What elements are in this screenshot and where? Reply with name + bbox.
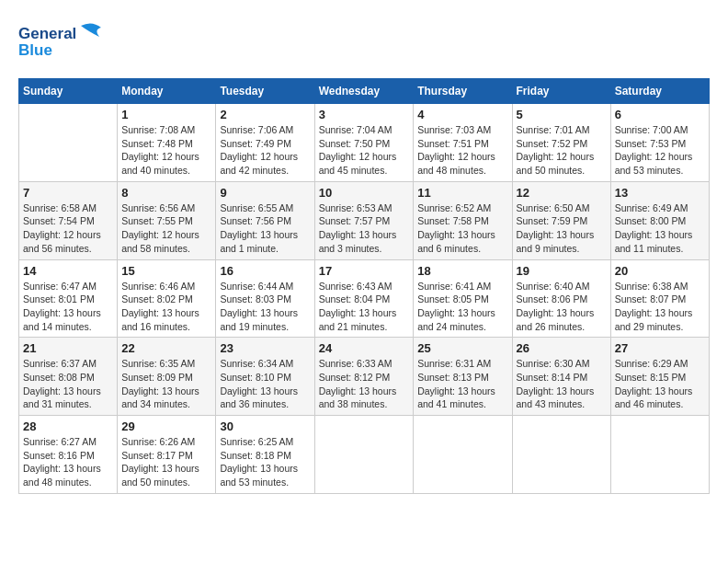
sunrise-text: Sunrise: 6:49 AM xyxy=(615,202,688,213)
daylight-text: and 45 minutes. xyxy=(319,165,388,176)
day-info: Sunrise: 6:30 AMSunset: 8:14 PMDaylight:… xyxy=(517,357,607,411)
weekday-friday: Friday xyxy=(512,79,610,104)
week-row-5: 28Sunrise: 6:27 AMSunset: 8:16 PMDayligh… xyxy=(19,416,710,494)
daylight-text: and 43 minutes. xyxy=(517,398,586,409)
day-info: Sunrise: 6:33 AMSunset: 8:12 PMDaylight:… xyxy=(319,357,410,411)
sunset-text: Sunset: 8:07 PM xyxy=(615,293,687,304)
sunset-text: Sunset: 8:17 PM xyxy=(121,450,193,461)
daylight-text: and 29 minutes. xyxy=(615,321,684,332)
day-info: Sunrise: 7:04 AMSunset: 7:50 PMDaylight:… xyxy=(319,123,410,178)
day-number: 20 xyxy=(615,264,705,278)
calendar-cell: 12Sunrise: 6:50 AMSunset: 7:59 PMDayligh… xyxy=(512,181,610,259)
week-row-4: 21Sunrise: 6:37 AMSunset: 8:08 PMDayligh… xyxy=(19,338,710,416)
daylight-text: and 6 minutes. xyxy=(417,243,481,254)
weekday-monday: Monday xyxy=(118,79,216,104)
calendar-cell: 29Sunrise: 6:26 AMSunset: 8:17 PMDayligh… xyxy=(118,416,216,494)
sunrise-text: Sunrise: 6:44 AM xyxy=(220,281,293,292)
daylight-text: and 24 minutes. xyxy=(417,321,486,332)
daylight-text: and 46 minutes. xyxy=(615,398,684,409)
day-info: Sunrise: 7:00 AMSunset: 7:53 PMDaylight:… xyxy=(615,123,705,178)
daylight-text: Daylight: 12 hours xyxy=(220,151,298,162)
sunset-text: Sunset: 8:04 PM xyxy=(319,293,391,304)
sunset-text: Sunset: 7:55 PM xyxy=(121,215,193,226)
sunrise-text: Sunrise: 6:56 AM xyxy=(121,202,195,213)
daylight-text: Daylight: 13 hours xyxy=(121,385,199,396)
daylight-text: and 31 minutes. xyxy=(23,398,92,409)
day-info: Sunrise: 7:03 AMSunset: 7:51 PMDaylight:… xyxy=(417,123,507,178)
day-number: 30 xyxy=(220,419,310,433)
day-info: Sunrise: 7:06 AMSunset: 7:49 PMDaylight:… xyxy=(220,123,310,178)
day-info: Sunrise: 6:52 AMSunset: 7:58 PMDaylight:… xyxy=(417,201,507,256)
calendar-cell: 3Sunrise: 7:04 AMSunset: 7:50 PMDaylight… xyxy=(314,104,414,182)
daylight-text: Daylight: 13 hours xyxy=(615,385,693,396)
daylight-text: Daylight: 12 hours xyxy=(23,229,101,240)
daylight-text: Daylight: 12 hours xyxy=(319,151,397,162)
calendar-cell: 13Sunrise: 6:49 AMSunset: 8:00 PMDayligh… xyxy=(610,181,709,259)
daylight-text: and 50 minutes. xyxy=(517,165,586,176)
day-number: 3 xyxy=(319,108,410,121)
weekday-sunday: Sunday xyxy=(19,79,118,104)
daylight-text: and 1 minute. xyxy=(220,243,279,254)
sunset-text: Sunset: 7:53 PM xyxy=(615,138,687,149)
calendar-cell: 5Sunrise: 7:01 AMSunset: 7:52 PMDaylight… xyxy=(512,104,610,182)
calendar-cell: 22Sunrise: 6:35 AMSunset: 8:09 PMDayligh… xyxy=(118,338,216,416)
day-number: 4 xyxy=(417,108,507,121)
sunset-text: Sunset: 8:14 PM xyxy=(517,372,588,383)
daylight-text: Daylight: 12 hours xyxy=(121,229,199,240)
weekday-saturday: Saturday xyxy=(610,79,709,104)
calendar-cell: 21Sunrise: 6:37 AMSunset: 8:08 PMDayligh… xyxy=(19,338,118,416)
calendar-header: SundayMondayTuesdayWednesdayThursdayFrid… xyxy=(19,79,710,104)
daylight-text: Daylight: 12 hours xyxy=(121,151,199,162)
day-number: 10 xyxy=(319,186,410,200)
daylight-text: and 26 minutes. xyxy=(517,321,586,332)
sunrise-text: Sunrise: 6:35 AM xyxy=(121,358,195,369)
sunrise-text: Sunrise: 6:27 AM xyxy=(23,436,97,447)
daylight-text: Daylight: 13 hours xyxy=(517,385,595,396)
sunset-text: Sunset: 7:56 PM xyxy=(220,215,291,226)
sunset-text: Sunset: 7:48 PM xyxy=(121,138,193,149)
week-row-2: 7Sunrise: 6:58 AMSunset: 7:54 PMDaylight… xyxy=(19,181,710,259)
day-number: 16 xyxy=(220,264,310,278)
sunset-text: Sunset: 8:12 PM xyxy=(319,372,391,383)
sunrise-text: Sunrise: 6:46 AM xyxy=(121,281,195,292)
day-info: Sunrise: 6:35 AMSunset: 8:09 PMDaylight:… xyxy=(121,357,211,411)
daylight-text: Daylight: 13 hours xyxy=(417,229,495,240)
daylight-text: and 41 minutes. xyxy=(417,398,486,409)
daylight-text: Daylight: 13 hours xyxy=(615,307,693,318)
weekday-tuesday: Tuesday xyxy=(216,79,314,104)
calendar-cell: 6Sunrise: 7:00 AMSunset: 7:53 PMDaylight… xyxy=(610,104,709,182)
calendar-cell: 30Sunrise: 6:25 AMSunset: 8:18 PMDayligh… xyxy=(216,416,314,494)
daylight-text: Daylight: 12 hours xyxy=(615,151,693,162)
sunrise-text: Sunrise: 6:33 AM xyxy=(319,358,392,369)
day-info: Sunrise: 6:43 AMSunset: 8:04 PMDaylight:… xyxy=(319,280,410,334)
sunrise-text: Sunrise: 6:58 AM xyxy=(23,202,97,213)
sunset-text: Sunset: 8:10 PM xyxy=(220,372,291,383)
day-number: 23 xyxy=(220,341,310,355)
daylight-text: Daylight: 12 hours xyxy=(417,151,495,162)
calendar-body: 1Sunrise: 7:08 AMSunset: 7:48 PMDaylight… xyxy=(19,104,710,494)
sunrise-text: Sunrise: 6:47 AM xyxy=(23,281,97,292)
weekday-wednesday: Wednesday xyxy=(314,79,414,104)
sunset-text: Sunset: 8:16 PM xyxy=(23,450,95,461)
sunset-text: Sunset: 7:49 PM xyxy=(220,138,291,149)
day-number: 2 xyxy=(220,108,310,121)
day-number: 14 xyxy=(23,264,113,278)
calendar-cell: 27Sunrise: 6:29 AMSunset: 8:15 PMDayligh… xyxy=(610,338,709,416)
daylight-text: Daylight: 13 hours xyxy=(220,385,298,396)
sunset-text: Sunset: 7:54 PM xyxy=(23,215,95,226)
calendar-cell: 8Sunrise: 6:56 AMSunset: 7:55 PMDaylight… xyxy=(118,181,216,259)
weekday-header-row: SundayMondayTuesdayWednesdayThursdayFrid… xyxy=(19,79,710,104)
sunrise-text: Sunrise: 7:03 AM xyxy=(417,124,491,135)
daylight-text: and 53 minutes. xyxy=(220,477,289,488)
sunrise-text: Sunrise: 6:31 AM xyxy=(417,358,491,369)
daylight-text: Daylight: 13 hours xyxy=(417,307,495,318)
daylight-text: and 9 minutes. xyxy=(517,243,580,254)
day-info: Sunrise: 6:44 AMSunset: 8:03 PMDaylight:… xyxy=(220,280,310,334)
calendar-cell: 28Sunrise: 6:27 AMSunset: 8:16 PMDayligh… xyxy=(19,416,118,494)
daylight-text: and 38 minutes. xyxy=(319,398,388,409)
sunrise-text: Sunrise: 6:40 AM xyxy=(517,281,590,292)
day-number: 22 xyxy=(121,341,211,355)
day-number: 26 xyxy=(517,341,607,355)
daylight-text: and 42 minutes. xyxy=(220,165,289,176)
calendar-cell xyxy=(610,416,709,494)
